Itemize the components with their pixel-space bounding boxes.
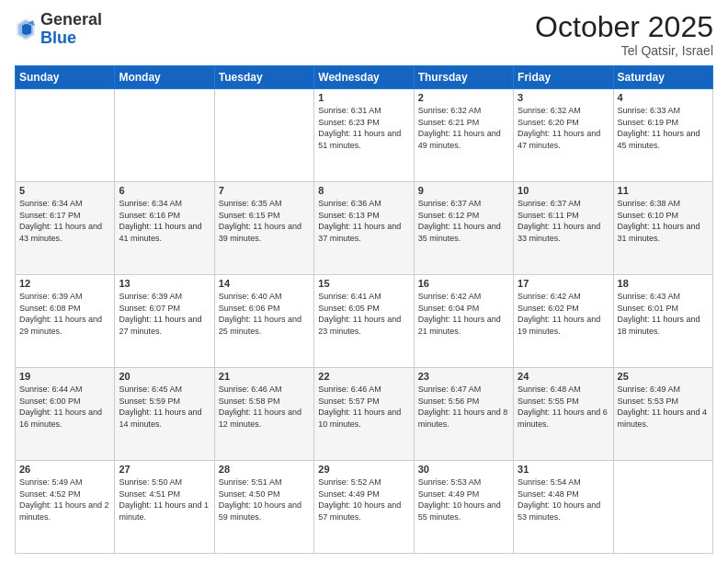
- cell-2-5: 17Sunrise: 6:42 AM Sunset: 6:02 PM Dayli…: [514, 275, 613, 368]
- title-block: October 2025 Tel Qatsir, Israel: [535, 11, 713, 58]
- logo-text: General Blue: [40, 11, 102, 48]
- cell-0-0: [16, 89, 115, 182]
- cell-2-1: 13Sunrise: 6:39 AM Sunset: 6:07 PM Dayli…: [115, 275, 214, 368]
- day-number-11: 11: [618, 185, 709, 196]
- header-monday: Monday: [115, 66, 214, 89]
- cell-1-1: 6Sunrise: 6:34 AM Sunset: 6:16 PM Daylig…: [115, 182, 214, 275]
- day-number-5: 5: [19, 185, 110, 196]
- cell-info-28: Sunrise: 5:51 AM Sunset: 4:50 PM Dayligh…: [219, 477, 310, 523]
- day-number-27: 27: [119, 464, 210, 475]
- cell-0-2: [214, 89, 313, 182]
- header: General Blue October 2025 Tel Qatsir, Is…: [15, 11, 713, 58]
- cell-1-5: 10Sunrise: 6:37 AM Sunset: 6:11 PM Dayli…: [514, 182, 613, 275]
- logo-icon: [15, 17, 37, 42]
- logo-blue: Blue: [40, 29, 76, 47]
- location: Tel Qatsir, Israel: [535, 43, 713, 58]
- cell-4-3: 29Sunrise: 5:52 AM Sunset: 4:49 PM Dayli…: [314, 461, 414, 554]
- cell-2-2: 14Sunrise: 6:40 AM Sunset: 6:06 PM Dayli…: [214, 275, 313, 368]
- day-number-15: 15: [318, 278, 409, 289]
- cell-2-0: 12Sunrise: 6:39 AM Sunset: 6:08 PM Dayli…: [16, 275, 115, 368]
- month-title: October 2025: [535, 11, 713, 43]
- cell-2-4: 16Sunrise: 6:42 AM Sunset: 6:04 PM Dayli…: [414, 275, 513, 368]
- cell-info-2: Sunrise: 6:32 AM Sunset: 6:21 PM Dayligh…: [418, 105, 509, 151]
- cell-0-1: [115, 89, 214, 182]
- cell-3-0: 19Sunrise: 6:44 AM Sunset: 6:00 PM Dayli…: [16, 368, 115, 461]
- cell-info-19: Sunrise: 6:44 AM Sunset: 6:00 PM Dayligh…: [19, 384, 110, 430]
- cell-info-30: Sunrise: 5:53 AM Sunset: 4:49 PM Dayligh…: [418, 477, 509, 523]
- cell-info-22: Sunrise: 6:46 AM Sunset: 5:57 PM Dayligh…: [318, 384, 409, 430]
- week-row-2: 12Sunrise: 6:39 AM Sunset: 6:08 PM Dayli…: [16, 275, 713, 368]
- header-thursday: Thursday: [414, 66, 513, 89]
- cell-info-14: Sunrise: 6:40 AM Sunset: 6:06 PM Dayligh…: [219, 291, 310, 337]
- cell-3-5: 24Sunrise: 6:48 AM Sunset: 5:55 PM Dayli…: [514, 368, 613, 461]
- cell-info-26: Sunrise: 5:49 AM Sunset: 4:52 PM Dayligh…: [19, 477, 110, 523]
- cell-info-5: Sunrise: 6:34 AM Sunset: 6:17 PM Dayligh…: [19, 198, 110, 244]
- day-number-30: 30: [418, 464, 509, 475]
- cell-info-15: Sunrise: 6:41 AM Sunset: 6:05 PM Dayligh…: [318, 291, 409, 337]
- cell-1-3: 8Sunrise: 6:36 AM Sunset: 6:13 PM Daylig…: [314, 182, 414, 275]
- day-number-9: 9: [418, 185, 509, 196]
- cell-info-16: Sunrise: 6:42 AM Sunset: 6:04 PM Dayligh…: [418, 291, 509, 337]
- calendar-header-row: Sunday Monday Tuesday Wednesday Thursday…: [16, 66, 713, 89]
- cell-info-13: Sunrise: 6:39 AM Sunset: 6:07 PM Dayligh…: [119, 291, 210, 337]
- day-number-31: 31: [518, 464, 609, 475]
- week-row-4: 26Sunrise: 5:49 AM Sunset: 4:52 PM Dayli…: [16, 461, 713, 554]
- cell-info-21: Sunrise: 6:46 AM Sunset: 5:58 PM Dayligh…: [219, 384, 310, 430]
- day-number-21: 21: [219, 371, 310, 382]
- cell-1-6: 11Sunrise: 6:38 AM Sunset: 6:10 PM Dayli…: [613, 182, 712, 275]
- day-number-4: 4: [618, 92, 709, 103]
- cell-2-6: 18Sunrise: 6:43 AM Sunset: 6:01 PM Dayli…: [613, 275, 712, 368]
- day-number-13: 13: [119, 278, 210, 289]
- cell-4-6: [613, 461, 712, 554]
- day-number-29: 29: [318, 464, 409, 475]
- cell-info-1: Sunrise: 6:31 AM Sunset: 6:23 PM Dayligh…: [318, 105, 409, 151]
- day-number-6: 6: [119, 185, 210, 196]
- day-number-23: 23: [418, 371, 509, 382]
- cell-info-23: Sunrise: 6:47 AM Sunset: 5:56 PM Dayligh…: [418, 384, 509, 430]
- week-row-1: 5Sunrise: 6:34 AM Sunset: 6:17 PM Daylig…: [16, 182, 713, 275]
- cell-info-17: Sunrise: 6:42 AM Sunset: 6:02 PM Dayligh…: [518, 291, 609, 337]
- calendar-table: Sunday Monday Tuesday Wednesday Thursday…: [15, 65, 713, 554]
- day-number-16: 16: [418, 278, 509, 289]
- day-number-22: 22: [318, 371, 409, 382]
- day-number-28: 28: [219, 464, 310, 475]
- cell-info-27: Sunrise: 5:50 AM Sunset: 4:51 PM Dayligh…: [119, 477, 210, 523]
- cell-info-25: Sunrise: 6:49 AM Sunset: 5:53 PM Dayligh…: [618, 384, 709, 430]
- cell-0-5: 3Sunrise: 6:32 AM Sunset: 6:20 PM Daylig…: [514, 89, 613, 182]
- header-sunday: Sunday: [16, 66, 115, 89]
- day-number-26: 26: [19, 464, 110, 475]
- day-number-24: 24: [518, 371, 609, 382]
- cell-3-3: 22Sunrise: 6:46 AM Sunset: 5:57 PM Dayli…: [314, 368, 414, 461]
- cell-0-4: 2Sunrise: 6:32 AM Sunset: 6:21 PM Daylig…: [414, 89, 513, 182]
- logo-general: General: [40, 10, 102, 29]
- cell-3-2: 21Sunrise: 6:46 AM Sunset: 5:58 PM Dayli…: [214, 368, 313, 461]
- header-tuesday: Tuesday: [214, 66, 313, 89]
- day-number-20: 20: [119, 371, 210, 382]
- cell-0-3: 1Sunrise: 6:31 AM Sunset: 6:23 PM Daylig…: [314, 89, 414, 182]
- day-number-14: 14: [219, 278, 310, 289]
- cell-info-10: Sunrise: 6:37 AM Sunset: 6:11 PM Dayligh…: [518, 198, 609, 244]
- week-row-0: 1Sunrise: 6:31 AM Sunset: 6:23 PM Daylig…: [16, 89, 713, 182]
- cell-1-0: 5Sunrise: 6:34 AM Sunset: 6:17 PM Daylig…: [16, 182, 115, 275]
- cell-3-4: 23Sunrise: 6:47 AM Sunset: 5:56 PM Dayli…: [414, 368, 513, 461]
- day-number-7: 7: [219, 185, 310, 196]
- page: General Blue October 2025 Tel Qatsir, Is…: [0, 0, 728, 563]
- cell-1-2: 7Sunrise: 6:35 AM Sunset: 6:15 PM Daylig…: [214, 182, 313, 275]
- cell-info-31: Sunrise: 5:54 AM Sunset: 4:48 PM Dayligh…: [518, 477, 609, 523]
- cell-info-20: Sunrise: 6:45 AM Sunset: 5:59 PM Dayligh…: [119, 384, 210, 430]
- day-number-19: 19: [19, 371, 110, 382]
- cell-info-9: Sunrise: 6:37 AM Sunset: 6:12 PM Dayligh…: [418, 198, 509, 244]
- cell-info-18: Sunrise: 6:43 AM Sunset: 6:01 PM Dayligh…: [618, 291, 709, 337]
- cell-info-29: Sunrise: 5:52 AM Sunset: 4:49 PM Dayligh…: [318, 477, 409, 523]
- cell-3-1: 20Sunrise: 6:45 AM Sunset: 5:59 PM Dayli…: [115, 368, 214, 461]
- cell-4-0: 26Sunrise: 5:49 AM Sunset: 4:52 PM Dayli…: [16, 461, 115, 554]
- cell-2-3: 15Sunrise: 6:41 AM Sunset: 6:05 PM Dayli…: [314, 275, 414, 368]
- cell-info-8: Sunrise: 6:36 AM Sunset: 6:13 PM Dayligh…: [318, 198, 409, 244]
- header-saturday: Saturday: [613, 66, 712, 89]
- day-number-10: 10: [518, 185, 609, 196]
- cell-info-6: Sunrise: 6:34 AM Sunset: 6:16 PM Dayligh…: [119, 198, 210, 244]
- logo: General Blue: [15, 11, 102, 48]
- cell-4-4: 30Sunrise: 5:53 AM Sunset: 4:49 PM Dayli…: [414, 461, 513, 554]
- day-number-8: 8: [318, 185, 409, 196]
- cell-1-4: 9Sunrise: 6:37 AM Sunset: 6:12 PM Daylig…: [414, 182, 513, 275]
